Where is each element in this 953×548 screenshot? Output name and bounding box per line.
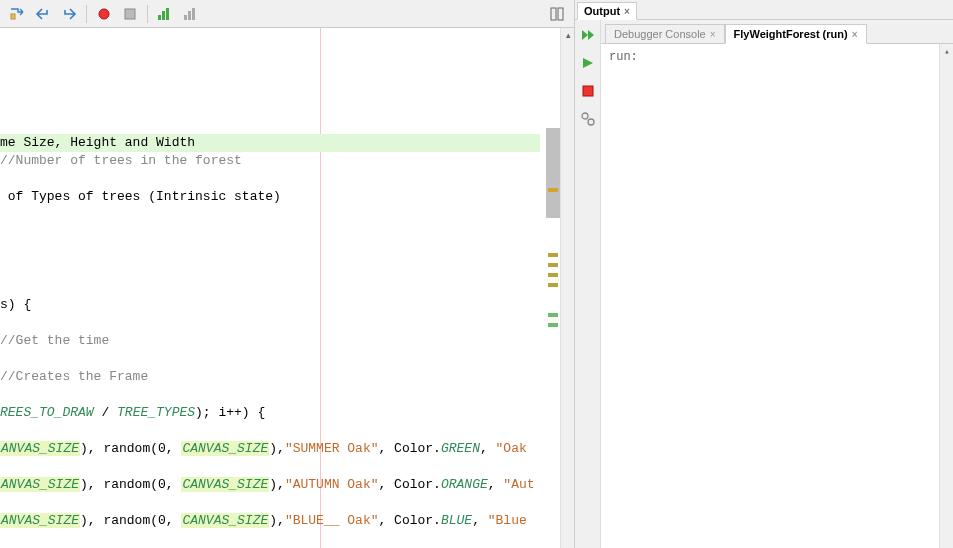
console-text: run:: [609, 50, 638, 64]
bars-grey-icon[interactable]: [180, 3, 202, 25]
change-mark[interactable]: [548, 313, 558, 317]
svg-rect-8: [192, 8, 195, 20]
error-stripe[interactable]: [540, 28, 560, 548]
output-main: Debugger Console × FlyWeightForest (run)…: [601, 20, 953, 548]
code-line: ANVAS_SIZE), random(0, CANVAS_SIZE),"SUM…: [0, 440, 540, 458]
warning-mark[interactable]: [548, 273, 558, 277]
svg-rect-7: [188, 11, 191, 20]
code-editor[interactable]: me Size, Height and Width //Number of tr…: [0, 28, 540, 548]
output-tabstrip: Output ×: [575, 0, 953, 20]
output-body: Debugger Console × FlyWeightForest (run)…: [575, 20, 953, 548]
split-icon[interactable]: [546, 3, 568, 25]
svg-rect-3: [158, 15, 161, 20]
bars-green-icon[interactable]: [154, 3, 176, 25]
stop-run-icon[interactable]: [577, 80, 599, 102]
warning-mark[interactable]: [548, 283, 558, 287]
toolbar-separator: [147, 5, 148, 23]
rerun-icon[interactable]: [577, 24, 599, 46]
scroll-up-icon[interactable]: ▴: [940, 44, 953, 58]
svg-rect-6: [184, 15, 187, 20]
svg-point-1: [99, 9, 109, 19]
editor-toolbar: [0, 0, 574, 28]
svg-rect-9: [551, 8, 556, 20]
code-line: s) {: [0, 296, 540, 314]
svg-rect-2: [125, 9, 135, 19]
output-panel-tab[interactable]: Output ×: [577, 2, 637, 20]
editor-pane: me Size, Height and Width //Number of tr…: [0, 0, 575, 548]
toolbar-separator: [86, 5, 87, 23]
last-edit-icon[interactable]: [6, 3, 28, 25]
console-output[interactable]: run: ▴: [601, 44, 953, 548]
close-icon[interactable]: ×: [710, 29, 716, 40]
back-icon[interactable]: [32, 3, 54, 25]
warning-mark[interactable]: [548, 253, 558, 257]
svg-point-13: [588, 119, 594, 125]
tab-label: FlyWeightForest (run): [734, 28, 848, 40]
output-inner-tabs: Debugger Console × FlyWeightForest (run)…: [601, 20, 953, 44]
code-line: ANVAS_SIZE), random(0, CANVAS_SIZE),"BLU…: [0, 512, 540, 530]
code-line: //Get the time: [0, 332, 540, 350]
svg-rect-10: [558, 8, 563, 20]
code-line: [0, 224, 540, 242]
code-line: //Number of trees in the forest: [0, 152, 540, 170]
close-icon[interactable]: ×: [624, 6, 630, 17]
warning-mark[interactable]: [548, 188, 558, 192]
tab-run-output[interactable]: FlyWeightForest (run) ×: [725, 24, 867, 44]
run-icon[interactable]: [577, 52, 599, 74]
stop-icon[interactable]: [119, 3, 141, 25]
code-line: //Creates the Frame: [0, 368, 540, 386]
svg-rect-0: [11, 14, 15, 19]
svg-rect-5: [166, 8, 169, 20]
svg-rect-4: [162, 11, 165, 20]
code-line: [0, 260, 540, 278]
code-line: me Size, Height and Width: [0, 134, 540, 152]
editor-viewport[interactable]: me Size, Height and Width //Number of tr…: [0, 28, 574, 548]
svg-point-12: [582, 113, 588, 119]
code-line: REES_TO_DRAW / TREE_TYPES); i++) {: [0, 404, 540, 422]
warning-mark[interactable]: [548, 263, 558, 267]
code-line: of Types of trees (Intrinsic state): [0, 188, 540, 206]
vertical-scrollbar[interactable]: ▴: [939, 44, 953, 548]
settings-icon[interactable]: [577, 108, 599, 130]
code-line: ANVAS_SIZE), random(0, CANVAS_SIZE),"AUT…: [0, 476, 540, 494]
scrollbar-thumb[interactable]: [546, 128, 560, 218]
close-icon[interactable]: ×: [852, 29, 858, 40]
output-icon-column: [575, 20, 601, 548]
tab-label: Debugger Console: [614, 28, 706, 40]
change-mark[interactable]: [548, 323, 558, 327]
forward-icon[interactable]: [58, 3, 80, 25]
output-panel-label: Output: [584, 5, 620, 17]
svg-rect-11: [583, 86, 593, 96]
scroll-up-icon[interactable]: ▴: [561, 28, 574, 42]
vertical-scrollbar[interactable]: ▴: [560, 28, 574, 548]
output-pane: Output × Debugger Console ×: [575, 0, 953, 548]
record-icon[interactable]: [93, 3, 115, 25]
tab-debugger-console[interactable]: Debugger Console ×: [605, 24, 725, 44]
